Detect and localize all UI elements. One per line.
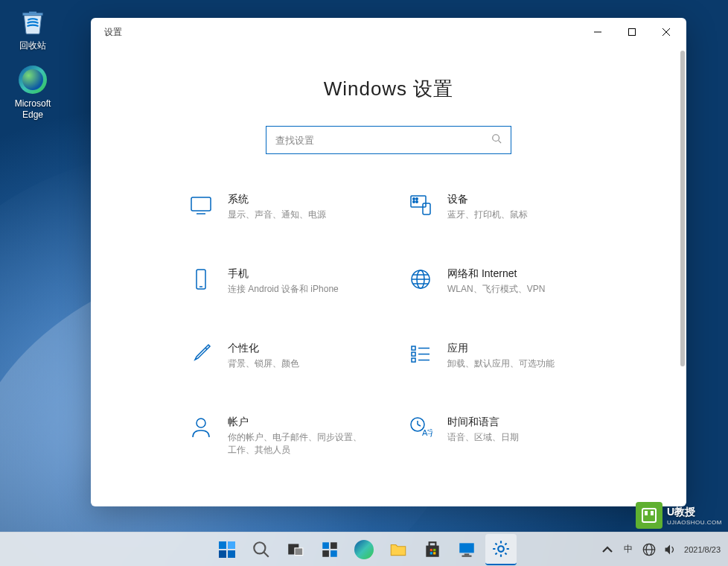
category-desc: WLAN、飞行模式、VPN <box>447 283 545 296</box>
category-title: 时间和语言 <box>447 416 519 429</box>
scrollbar[interactable] <box>680 51 685 502</box>
tray-network-icon[interactable] <box>642 543 656 556</box>
category-system[interactable]: 系统 显示、声音、通知、电源 <box>188 191 392 221</box>
tray-ime-icon[interactable]: 中 <box>622 543 635 556</box>
tray-datetime[interactable]: 2021/8/23 <box>684 545 721 554</box>
svg-rect-49 <box>433 552 435 554</box>
apps-icon <box>407 340 434 367</box>
watermark-brand: U教授 <box>667 506 722 519</box>
taskbar-monitor[interactable] <box>451 534 482 565</box>
start-button[interactable] <box>211 534 243 565</box>
svg-rect-51 <box>464 553 470 555</box>
category-title: 应用 <box>447 342 555 355</box>
svg-line-5 <box>499 141 502 144</box>
window-title: 设置 <box>104 26 581 39</box>
close-button[interactable] <box>649 20 683 44</box>
tray-volume-icon[interactable] <box>663 543 677 556</box>
svg-rect-22 <box>412 346 415 350</box>
category-devices[interactable]: 设备 蓝牙、打印机、鼠标 <box>407 191 612 221</box>
category-network[interactable]: 网络和 Internet WLAN、飞行模式、VPN <box>407 266 612 296</box>
monitor-icon <box>457 540 476 559</box>
accounts-icon <box>188 414 214 441</box>
svg-point-28 <box>197 419 205 427</box>
category-desc: 你的帐户、电子邮件、同步设置、工作、其他人员 <box>228 431 362 457</box>
watermark-sub: UJIAOSHOU.COM <box>667 519 722 526</box>
svg-rect-1 <box>629 29 636 36</box>
svg-point-10 <box>416 198 418 200</box>
svg-point-4 <box>493 135 499 142</box>
page-heading: Windows 设置 <box>91 76 686 102</box>
taskbar-settings[interactable] <box>485 534 517 565</box>
folder-icon <box>389 540 408 559</box>
edge-icon <box>354 540 374 559</box>
category-title: 帐户 <box>228 416 362 429</box>
gear-icon <box>491 539 511 559</box>
svg-rect-50 <box>459 543 474 553</box>
category-phone[interactable]: 手机 连接 Android 设备和 iPhone <box>188 266 392 296</box>
time-language-icon: A字 <box>407 414 434 441</box>
taskbar-explorer[interactable] <box>383 534 414 565</box>
window-controls <box>581 20 683 44</box>
svg-rect-47 <box>433 548 435 550</box>
category-desc: 蓝牙、打印机、鼠标 <box>447 209 528 221</box>
settings-window: 设置 Windows 设置 <box>91 18 686 506</box>
svg-line-21 <box>205 348 207 349</box>
taskbar-edge[interactable] <box>348 534 380 565</box>
start-icon <box>219 541 235 558</box>
svg-rect-24 <box>412 352 415 356</box>
svg-rect-46 <box>430 548 432 550</box>
svg-rect-13 <box>423 203 430 214</box>
taskbar-center <box>211 534 517 565</box>
svg-line-31 <box>418 424 421 426</box>
maximize-button[interactable] <box>615 20 649 44</box>
svg-text:A字: A字 <box>422 428 432 437</box>
taskbar-store[interactable] <box>417 534 448 565</box>
network-icon <box>407 266 434 293</box>
system-tray[interactable]: 中 2021/8/23 <box>601 543 721 556</box>
settings-content: Windows 设置 系统 显示、声音、通知、电源 <box>91 46 686 506</box>
category-time-language[interactable]: A字 时间和语言 语音、区域、日期 <box>407 414 612 457</box>
svg-rect-34 <box>645 511 648 515</box>
desktop-icon-recycle-bin[interactable]: 回收站 <box>6 6 60 51</box>
category-desc: 卸载、默认应用、可选功能 <box>447 357 555 370</box>
svg-rect-43 <box>331 550 337 557</box>
desktop-icon-label: 回收站 <box>6 40 60 51</box>
desktop-icons-area: 回收站 Microsoft Edge <box>6 6 60 133</box>
taskbar-search[interactable] <box>246 534 277 565</box>
taskbar: 中 2021/8/23 <box>0 532 728 566</box>
svg-rect-6 <box>191 197 211 211</box>
watermark-badge-icon <box>636 502 662 529</box>
svg-rect-14 <box>197 270 205 289</box>
store-icon <box>423 540 442 559</box>
svg-rect-35 <box>651 511 654 515</box>
taskbar-taskview[interactable] <box>280 534 311 565</box>
svg-point-11 <box>413 201 415 203</box>
minimize-button[interactable] <box>581 20 615 44</box>
widgets-icon <box>320 540 339 559</box>
category-desc: 显示、声音、通知、电源 <box>228 209 326 221</box>
category-apps[interactable]: 应用 卸载、默认应用、可选功能 <box>407 340 612 370</box>
svg-rect-48 <box>430 552 432 554</box>
search-box[interactable] <box>266 126 511 154</box>
recycle-bin-icon <box>17 6 48 37</box>
desktop-icon-edge[interactable]: Microsoft Edge <box>6 64 60 120</box>
category-title: 系统 <box>228 193 326 206</box>
taskbar-widgets[interactable] <box>314 534 345 565</box>
svg-rect-33 <box>642 509 656 522</box>
desktop-icon-label: Microsoft Edge <box>6 98 60 120</box>
svg-line-37 <box>264 552 269 557</box>
category-title: 网络和 Internet <box>447 267 545 281</box>
phone-icon <box>188 266 214 293</box>
search-container <box>91 126 686 154</box>
close-icon <box>662 28 670 36</box>
svg-rect-45 <box>430 542 436 546</box>
tray-chevron-icon[interactable] <box>601 543 614 556</box>
svg-rect-40 <box>322 542 329 549</box>
search-input[interactable] <box>275 135 491 146</box>
category-personalization[interactable]: 个性化 背景、锁屏、颜色 <box>188 340 392 370</box>
category-accounts[interactable]: 帐户 你的帐户、电子邮件、同步设置、工作、其他人员 <box>188 414 392 457</box>
devices-icon <box>407 191 434 218</box>
svg-point-53 <box>498 546 504 552</box>
svg-point-12 <box>416 201 418 203</box>
svg-rect-42 <box>322 550 329 557</box>
